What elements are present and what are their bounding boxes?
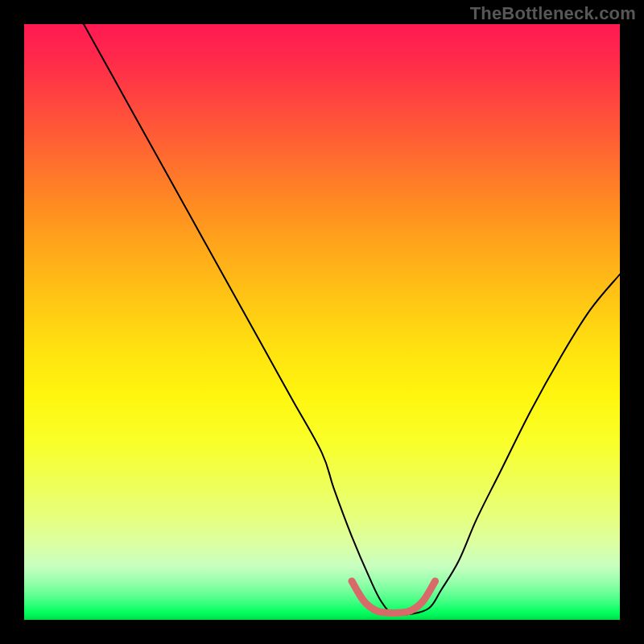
optimal-band (352, 581, 436, 613)
watermark-text: TheBottleneck.com (470, 3, 636, 24)
chart-svg (24, 24, 620, 620)
plot-area (24, 24, 620, 620)
bottleneck-curve (84, 24, 620, 615)
chart-frame: TheBottleneck.com (0, 0, 644, 644)
